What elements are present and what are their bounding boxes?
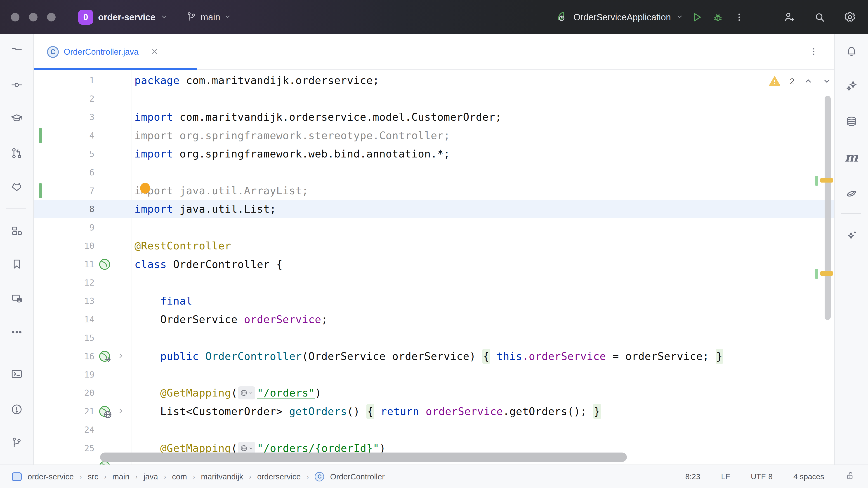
notifications-bell-icon[interactable] (844, 44, 859, 59)
breadcrumb-separator: › (164, 473, 166, 481)
line-number[interactable] (34, 457, 94, 464)
bookmarks-icon[interactable] (10, 257, 24, 271)
more-options-kebab-icon[interactable] (731, 9, 747, 25)
close-icon[interactable] (150, 47, 159, 57)
next-warning-chevron-down-icon[interactable] (822, 76, 832, 87)
chevron-down-icon[interactable] (676, 13, 684, 22)
line-number[interactable]: 4 (34, 126, 94, 144)
line-number[interactable]: 21 (34, 402, 94, 420)
project-widget[interactable]: 0 order-service (78, 10, 168, 25)
status-item[interactable]: 4 spaces (794, 472, 824, 481)
project-folder-icon[interactable] (10, 44, 24, 59)
ai-sparkles-icon[interactable] (844, 79, 859, 93)
url-inlay-hint[interactable] (238, 386, 255, 399)
branch-widget[interactable]: main (186, 11, 231, 23)
spring-leaf-icon[interactable] (844, 186, 859, 200)
inspections-widget[interactable]: 2 (769, 74, 832, 90)
tab-file-name: OrderController.java (64, 47, 138, 57)
version-control-branch-icon[interactable] (10, 435, 24, 450)
services-database-icon[interactable] (10, 292, 24, 306)
code-line: 6 (34, 163, 834, 182)
learn-graduation-cap-icon[interactable] (10, 111, 24, 125)
status-item[interactable]: LF (721, 472, 730, 481)
code-text: OrderService orderService; (134, 310, 328, 328)
spring-request-mapping-icon[interactable] (98, 404, 112, 418)
commit-icon[interactable] (10, 78, 24, 92)
line-number[interactable]: 5 (34, 145, 94, 163)
horizontal-scrollbar[interactable] (100, 453, 627, 462)
more-ellipsis-icon[interactable] (10, 325, 24, 339)
run-button[interactable] (688, 9, 705, 25)
vertical-scrollbar[interactable] (825, 96, 831, 320)
pull-requests-icon[interactable] (10, 146, 24, 160)
code-token: OrderService (134, 313, 244, 326)
debug-button[interactable] (710, 9, 726, 25)
window-close-button[interactable] (11, 13, 20, 22)
window-minimize-button[interactable] (29, 13, 37, 22)
line-number[interactable]: 6 (34, 163, 94, 182)
code-token: List<CustomerOrder> (160, 405, 289, 418)
tab-options-kebab-icon[interactable] (809, 47, 818, 57)
line-number[interactable]: 7 (34, 182, 94, 200)
spring-bean-icon[interactable] (98, 257, 112, 271)
breadcrumb-item[interactable]: com (172, 472, 187, 481)
code-editor[interactable]: 1package com.maritvandijk.orderservice;2… (34, 70, 834, 464)
line-number[interactable]: 8 (34, 200, 94, 218)
breadcrumb-item[interactable]: src (88, 472, 98, 481)
breadcrumb-item[interactable]: OrderController (330, 472, 384, 481)
line-number[interactable]: 24 (34, 420, 94, 439)
previous-warning-chevron-up-icon[interactable] (804, 76, 813, 87)
maven-icon[interactable]: m (844, 150, 859, 164)
breadcrumb-item[interactable]: java (144, 472, 158, 481)
vcs-change-mark[interactable] (815, 176, 818, 186)
tab-ordercontroller-java[interactable]: C OrderController.java (34, 34, 197, 69)
code-token: org.springframework.web.bind.annotation.… (173, 148, 450, 160)
spring-bean-autowired-icon[interactable] (98, 349, 112, 363)
status-item[interactable]: 8:23 (685, 472, 700, 481)
code-line: 19 (34, 365, 834, 384)
code-text: @GetMapping("/orders") (134, 384, 321, 402)
line-number[interactable]: 1 (34, 71, 94, 90)
code-text: final (134, 292, 192, 310)
line-number[interactable]: 11 (34, 255, 94, 273)
structure-boxes-icon[interactable] (10, 224, 24, 238)
vcs-change-mark[interactable] (815, 269, 818, 279)
database-icon[interactable] (844, 115, 859, 129)
code-token: final (160, 295, 192, 307)
line-number[interactable]: 2 (34, 90, 94, 108)
line-number[interactable]: 10 (34, 237, 94, 255)
line-number[interactable]: 25 (34, 439, 94, 457)
line-number[interactable]: 19 (34, 365, 94, 384)
line-number[interactable]: 15 (34, 328, 94, 347)
code-token: orderService (426, 405, 503, 418)
fold-chevron-icon[interactable] (117, 352, 125, 361)
warning-stripe-mark[interactable] (820, 271, 833, 275)
terminal-icon[interactable] (10, 367, 24, 381)
line-number[interactable]: 12 (34, 273, 94, 292)
ai-star-icon[interactable] (844, 229, 859, 242)
code-text: package com.maritvandijk.orderservice; (134, 71, 379, 90)
search-icon[interactable] (811, 9, 828, 25)
line-number[interactable]: 14 (34, 310, 94, 328)
breadcrumb-item[interactable]: main (112, 472, 129, 481)
run-configuration-widget: OrderServiceApplication (556, 9, 747, 25)
warning-stripe-mark[interactable] (820, 178, 833, 183)
unlocked-icon[interactable] (845, 470, 855, 483)
breadcrumb-item[interactable]: maritvandijk (201, 472, 243, 481)
copilot-cat-icon[interactable] (10, 180, 24, 194)
run-configuration-name[interactable]: OrderServiceApplication (574, 12, 671, 22)
problems-icon[interactable] (10, 402, 24, 416)
fold-chevron-icon[interactable] (117, 407, 125, 416)
breadcrumb-item[interactable]: order-service (28, 472, 74, 481)
line-number[interactable]: 20 (34, 384, 94, 402)
settings-gear-icon[interactable] (842, 9, 858, 25)
line-number[interactable]: 9 (34, 218, 94, 236)
breadcrumb-item[interactable]: orderservice (257, 472, 301, 481)
code-text: import com.maritvandijk.orderservice.mod… (134, 108, 502, 126)
line-number[interactable]: 16 (34, 347, 94, 365)
status-item[interactable]: UTF-8 (751, 472, 773, 481)
window-zoom-button[interactable] (47, 13, 56, 22)
line-number[interactable]: 13 (34, 292, 94, 310)
add-user-icon[interactable] (781, 9, 798, 25)
line-number[interactable]: 3 (34, 108, 94, 126)
